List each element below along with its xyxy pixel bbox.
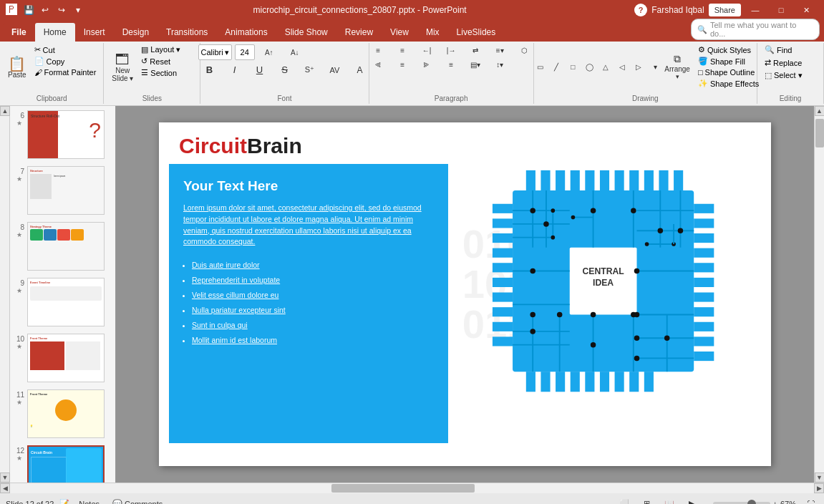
font-name-dropdown[interactable]: Calibri ▾ bbox=[198, 44, 232, 60]
char-spacing-button[interactable]: AV bbox=[324, 64, 346, 77]
clipboard-group: 📋 Paste ✂ Cut 📄 Copy 🖌 Format Painter bbox=[0, 43, 104, 104]
reading-view-button[interactable]: 📖 bbox=[661, 498, 678, 504]
bold-button[interactable]: B bbox=[198, 62, 221, 77]
underline-button[interactable]: U bbox=[248, 62, 271, 77]
justify-button[interactable]: ≡ bbox=[440, 59, 462, 71]
align-left-button[interactable]: ⫷ bbox=[367, 59, 389, 71]
list-item: Nulla pariatur excepteur sint bbox=[192, 303, 434, 318]
slide-thumb-9[interactable]: 9 ★ Event Timeline bbox=[13, 276, 112, 328]
slide-thumb-6[interactable]: 6 ★ ? Structure Roll-Out bbox=[13, 109, 112, 160]
svg-rect-17 bbox=[674, 170, 683, 190]
slideshow-button[interactable]: ▶ bbox=[685, 498, 698, 504]
horiz-scroll-thumb[interactable] bbox=[331, 484, 475, 493]
slide-thumb-8[interactable]: 8 ★ Strategy Theme bbox=[13, 220, 112, 272]
slide-thumb-10[interactable]: 10 ★ Front Theme bbox=[13, 332, 112, 384]
quick-styles-icon: ⚙ bbox=[698, 45, 705, 54]
select-button[interactable]: ⬚ Select ▾ bbox=[762, 70, 819, 81]
strikethrough-button[interactable]: S bbox=[273, 62, 296, 77]
customize-quick-access[interactable]: ▾ bbox=[71, 3, 85, 17]
minimize-button[interactable]: — bbox=[744, 0, 767, 20]
tab-mix[interactable]: Mix bbox=[417, 23, 448, 42]
tab-transitions[interactable]: Transitions bbox=[157, 23, 216, 42]
scroll-thumb[interactable] bbox=[815, 119, 824, 147]
slide-thumb-12[interactable]: 12 ★ Circuit Brain bbox=[13, 444, 112, 483]
notes-button[interactable]: Notes bbox=[75, 498, 103, 505]
align-text-button[interactable]: ≡▾ bbox=[488, 44, 511, 57]
paste-button[interactable]: 📋 Paste bbox=[4, 44, 30, 90]
text-shadow-button[interactable]: S⁺ bbox=[299, 63, 321, 77]
reset-button[interactable]: ↺ Reset bbox=[138, 56, 195, 67]
shape-outline-button[interactable]: □ Shape Outline bbox=[695, 67, 762, 77]
format-painter-button[interactable]: 🖌 Format Painter bbox=[31, 67, 100, 77]
columns-button[interactable]: ▤▾ bbox=[464, 59, 487, 71]
increase-font-button[interactable]: A↑ bbox=[258, 48, 281, 57]
help-icon[interactable]: ? bbox=[634, 4, 647, 16]
redo-button[interactable]: ↪ bbox=[54, 3, 69, 17]
shapes-palette: ▭ ╱ □ ◯ △ ◁ ▷ ▾ bbox=[528, 61, 659, 73]
shape-fill-button[interactable]: 🪣 Shape Fill bbox=[695, 56, 762, 67]
tab-design[interactable]: Design bbox=[114, 23, 157, 42]
decrease-font-button[interactable]: A↓ bbox=[283, 48, 306, 57]
comment-icon: 💬 bbox=[112, 499, 122, 504]
find-button[interactable]: 🔍 Find bbox=[762, 44, 819, 55]
svg-rect-25 bbox=[629, 372, 639, 392]
tab-slideshow[interactable]: Slide Show bbox=[276, 23, 336, 42]
tab-review[interactable]: Review bbox=[336, 23, 382, 42]
scroll-down-button[interactable]: ▼ bbox=[0, 472, 10, 483]
cut-button[interactable]: ✂ Cut bbox=[31, 44, 100, 55]
slide-sorter-button[interactable]: ⊞ bbox=[640, 498, 654, 504]
tab-home[interactable]: Home bbox=[35, 23, 75, 42]
arrange-button[interactable]: ⧉ Arrange ▾ bbox=[661, 48, 694, 85]
decrease-indent-button[interactable]: ←| bbox=[415, 44, 438, 57]
shape-effects-button[interactable]: ✨ Shape Effects bbox=[695, 78, 762, 89]
bullets-button[interactable]: ≡ bbox=[367, 44, 389, 57]
svg-rect-37 bbox=[694, 352, 714, 361]
line-spacing-button[interactable]: ↕▾ bbox=[488, 59, 511, 71]
slide-thumb-7[interactable]: 7 ★ Structure lorem ipsum bbox=[13, 165, 112, 216]
scroll-left-button[interactable]: ◀ bbox=[0, 483, 10, 493]
tab-file[interactable]: File bbox=[3, 23, 35, 42]
svg-rect-9 bbox=[556, 170, 565, 190]
scroll-up-button[interactable]: ▲ bbox=[0, 106, 10, 116]
svg-rect-38 bbox=[493, 204, 513, 213]
comments-button[interactable]: 💬 Comments bbox=[109, 498, 166, 504]
save-button[interactable]: 💾 bbox=[21, 3, 36, 17]
svg-point-82 bbox=[664, 336, 670, 341]
copy-button[interactable]: 📄 Copy bbox=[31, 56, 100, 67]
fit-slide-button[interactable]: ⛶ bbox=[803, 498, 818, 505]
slide-thumb-11[interactable]: 11 ★ Front Theme 💡 bbox=[13, 388, 112, 440]
tab-view[interactable]: View bbox=[382, 23, 417, 42]
numbering-button[interactable]: ≡ bbox=[391, 44, 414, 57]
align-right-button[interactable]: ⫸ bbox=[415, 59, 438, 71]
scroll-right-button[interactable]: ▶ bbox=[814, 483, 824, 493]
zoom-slider[interactable] bbox=[713, 502, 770, 505]
tab-insert[interactable]: Insert bbox=[75, 23, 114, 42]
new-slide-button[interactable]: 🗔 New Slide ▾ bbox=[108, 44, 137, 90]
slide-canvas[interactable]: Circuit Brain Your Text Here Lorem ipsum… bbox=[159, 122, 771, 466]
layout-button[interactable]: ▤ Layout ▾ bbox=[138, 44, 195, 55]
scroll-up-button[interactable]: ▲ bbox=[815, 106, 825, 116]
normal-view-button[interactable]: ⬜ bbox=[616, 498, 633, 504]
italic-button[interactable]: I bbox=[223, 62, 246, 77]
tell-me-input[interactable]: 🔍 Tell me what you want to do... bbox=[691, 19, 820, 40]
increase-indent-button[interactable]: |→ bbox=[440, 44, 462, 57]
quick-styles-button[interactable]: ⚙ Quick Styles bbox=[695, 44, 762, 55]
svg-rect-46 bbox=[493, 322, 513, 331]
scroll-down-button[interactable]: ▼ bbox=[815, 472, 825, 483]
share-button[interactable]: Share bbox=[709, 4, 741, 16]
list-item: Mollit anim id est laborum bbox=[192, 333, 434, 348]
section-button[interactable]: ☰ Section bbox=[138, 67, 195, 78]
undo-button[interactable]: ↩ bbox=[38, 3, 52, 17]
close-button[interactable]: ✕ bbox=[795, 0, 818, 20]
svg-point-78 bbox=[634, 268, 640, 274]
zoom-slider-thumb[interactable] bbox=[747, 500, 756, 505]
maximize-button[interactable]: □ bbox=[770, 0, 793, 20]
align-center-button[interactable]: ≡ bbox=[391, 59, 414, 71]
svg-rect-42 bbox=[493, 263, 513, 272]
text-direction-button[interactable]: ⇄ bbox=[464, 44, 487, 57]
replace-button[interactable]: ⇄ Replace bbox=[762, 57, 819, 68]
tab-liveslides[interactable]: LiveSlides bbox=[448, 23, 505, 42]
svg-rect-32 bbox=[694, 278, 714, 287]
tab-animations[interactable]: Animations bbox=[216, 23, 276, 42]
font-size-box[interactable]: 24 bbox=[235, 44, 255, 60]
